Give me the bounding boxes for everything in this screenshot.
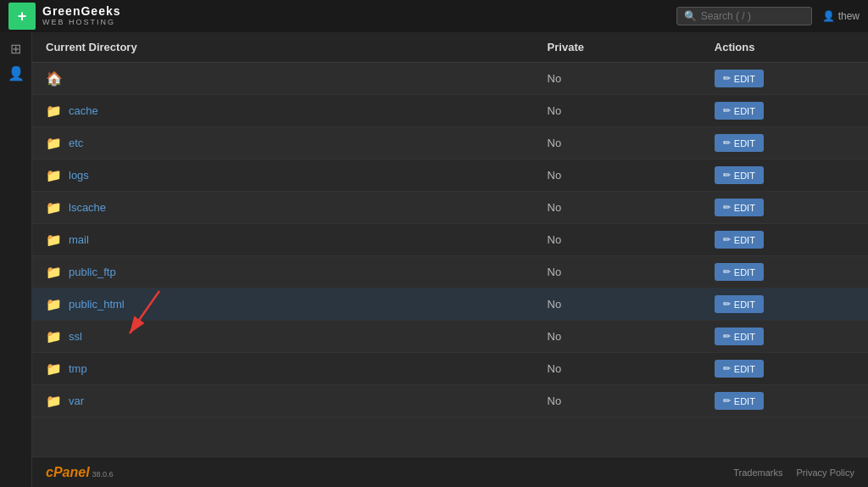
brand-sub: WEB HOSTING (42, 19, 121, 27)
pencil-icon: ✏ (723, 234, 731, 245)
trademarks-link[interactable]: Trademarks (733, 467, 782, 478)
folder-link[interactable]: public_ftp (69, 266, 116, 278)
brand-name: GreenGeeks (42, 5, 121, 18)
edit-button[interactable]: ✏ EDIT (715, 70, 764, 87)
table-row: 📁tmpNo✏ EDIT (32, 353, 868, 385)
private-cell: No (534, 63, 701, 95)
actions-cell: ✏ EDIT (701, 160, 868, 192)
table-row: 📁mailNo✏ EDIT (32, 224, 868, 256)
private-cell: No (534, 127, 701, 160)
actions-cell: ✏ EDIT (701, 385, 868, 417)
privacy-link[interactable]: Privacy Policy (797, 467, 854, 478)
private-cell: No (534, 256, 701, 288)
home-icon[interactable]: 🏠 (46, 70, 63, 87)
user-icon: 👤 (822, 10, 835, 22)
table-header: Current Directory Private Actions (32, 32, 868, 63)
folder-link[interactable]: public_html (69, 298, 125, 311)
folder-icon: 📁 (46, 136, 62, 151)
search-box[interactable]: 🔍 (676, 7, 812, 25)
search-icon: 🔍 (684, 10, 697, 22)
edit-button[interactable]: ✏ EDIT (715, 392, 764, 410)
pencil-icon: ✏ (723, 137, 731, 148)
folder-link[interactable]: var (69, 395, 84, 407)
table-row: 📁lscacheNo✏ EDIT (32, 192, 868, 224)
sidebar-grid-icon[interactable]: ⊞ (10, 41, 21, 57)
private-cell: No (534, 160, 701, 192)
pencil-icon: ✏ (723, 105, 731, 116)
table-row: 📁etcNo✏ EDIT (32, 127, 868, 160)
cpanel-logo: cPanel 38.0.6 (46, 465, 114, 480)
sidebar-user-icon[interactable]: 👤 (8, 65, 25, 81)
edit-button[interactable]: ✏ EDIT (715, 327, 764, 345)
folder-link[interactable]: etc (69, 137, 83, 149)
edit-button[interactable]: ✏ EDIT (715, 134, 764, 152)
directory-cell: 📁lscache (32, 192, 534, 224)
pencil-icon: ✏ (723, 202, 731, 213)
edit-button[interactable]: ✏ EDIT (715, 102, 764, 120)
folder-link[interactable]: logs (69, 169, 89, 182)
actions-cell: ✏ EDIT (701, 321, 868, 353)
footer-links: Trademarks Privacy Policy (733, 467, 854, 478)
user-area: 👤 thew (822, 10, 860, 22)
edit-button[interactable]: ✏ EDIT (715, 166, 764, 184)
edit-button[interactable]: ✏ EDIT (715, 295, 764, 313)
folder-link[interactable]: mail (69, 233, 89, 246)
table-row: 📁logsNo✏ EDIT (32, 160, 868, 192)
directory-cell: 📁var (32, 385, 534, 417)
edit-button[interactable]: ✏ EDIT (715, 263, 764, 281)
logo-text: GreenGeeks WEB HOSTING (42, 5, 121, 26)
private-cell: No (534, 385, 701, 417)
private-cell: No (534, 288, 701, 321)
private-cell: No (534, 95, 701, 127)
directory-cell: 📁cache (32, 95, 534, 127)
directory-cell: 📁public_html (32, 288, 534, 321)
private-cell: No (534, 192, 701, 224)
table-body: 🏠No✏ EDIT📁cacheNo✏ EDIT📁etcNo✏ EDIT📁logs… (32, 63, 868, 417)
folder-icon: 📁 (46, 232, 62, 248)
pencil-icon: ✏ (723, 331, 731, 342)
search-input[interactable] (701, 10, 803, 22)
logo-plus-icon: + (8, 3, 36, 30)
folder-link[interactable]: ssl (69, 330, 82, 343)
cpanel-text: cPanel (46, 465, 90, 480)
edit-button[interactable]: ✏ EDIT (715, 199, 764, 216)
top-navigation: + GreenGeeks WEB HOSTING 🔍 👤 thew (0, 0, 868, 32)
logo-area: + GreenGeeks WEB HOSTING (8, 3, 121, 30)
edit-button[interactable]: ✏ EDIT (715, 360, 764, 378)
main-content: Current Directory Private Actions 🏠No✏ E… (32, 32, 868, 487)
actions-cell: ✏ EDIT (701, 95, 868, 127)
col-directory: Current Directory (32, 32, 534, 63)
col-private: Private (534, 32, 701, 63)
actions-cell: ✏ EDIT (701, 353, 868, 385)
folder-icon: 📁 (46, 104, 62, 119)
actions-cell: ✏ EDIT (701, 63, 868, 95)
directory-cell: 📁etc (32, 127, 534, 160)
cpanel-version: 38.0.6 (92, 470, 114, 479)
private-cell: No (534, 224, 701, 256)
table-row: 📁public_htmlNo✏ EDIT (32, 288, 868, 321)
actions-cell: ✏ EDIT (701, 224, 868, 256)
footer: cPanel 38.0.6 Trademarks Privacy Policy (32, 456, 868, 487)
pencil-icon: ✏ (723, 170, 731, 181)
table-row: 📁sslNo✏ EDIT (32, 321, 868, 353)
table-row: 🏠No✏ EDIT (32, 63, 868, 95)
folder-link[interactable]: tmp (69, 362, 87, 375)
col-actions: Actions (701, 32, 868, 63)
folder-link[interactable]: lscache (69, 201, 106, 214)
sidebar: ⊞ 👤 (0, 32, 32, 487)
layout: ⊞ 👤 Current Directory Private Actions 🏠N… (0, 32, 868, 487)
directory-cell: 📁tmp (32, 353, 534, 385)
directory-cell: 📁ssl (32, 321, 534, 353)
pencil-icon: ✏ (723, 266, 731, 277)
folder-link[interactable]: cache (69, 104, 98, 117)
file-table: Current Directory Private Actions 🏠No✏ E… (32, 32, 868, 417)
folder-icon: 📁 (46, 265, 62, 280)
folder-icon: 📁 (46, 200, 62, 216)
actions-cell: ✏ EDIT (701, 192, 868, 224)
private-cell: No (534, 353, 701, 385)
private-cell: No (534, 321, 701, 353)
pencil-icon: ✏ (723, 299, 731, 310)
pencil-icon: ✏ (723, 395, 731, 406)
edit-button[interactable]: ✏ EDIT (715, 231, 764, 249)
nav-right: 🔍 👤 thew (676, 7, 860, 25)
